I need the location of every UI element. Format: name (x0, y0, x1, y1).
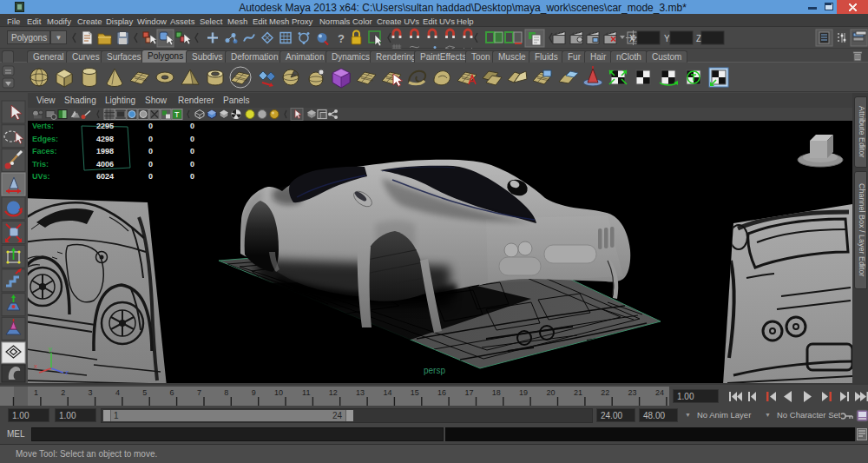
svg-text:14: 14 (383, 388, 391, 397)
svg-text:18: 18 (492, 388, 501, 397)
svg-text:8: 8 (224, 388, 228, 397)
svg-text:X:: X: (629, 34, 637, 43)
svg-text:20: 20 (546, 388, 555, 397)
svg-text:6: 6 (170, 388, 174, 397)
svg-text:7: 7 (197, 388, 201, 397)
svg-text:persp: persp (424, 366, 445, 375)
svg-text:19: 19 (519, 388, 528, 397)
svg-text:y: y (49, 345, 52, 353)
svg-text:15: 15 (411, 388, 419, 397)
svg-text:22: 22 (601, 388, 609, 397)
svg-text:?: ? (338, 32, 345, 45)
svg-text:9: 9 (252, 388, 256, 397)
svg-text:x: x (34, 362, 37, 370)
svg-text:3: 3 (89, 388, 93, 397)
svg-text:21: 21 (574, 388, 582, 397)
svg-text:16: 16 (437, 388, 446, 397)
svg-text:13: 13 (356, 388, 365, 397)
svg-text:17: 17 (464, 388, 473, 397)
svg-text:1: 1 (34, 388, 38, 397)
svg-text:11: 11 (302, 388, 310, 397)
svg-text:T: T (174, 110, 180, 119)
svg-text:5: 5 (142, 388, 147, 397)
svg-text:4: 4 (115, 388, 120, 397)
svg-text:z: z (65, 368, 69, 376)
svg-text:12: 12 (329, 388, 338, 397)
svg-text:10: 10 (274, 388, 283, 397)
svg-text:24: 24 (655, 388, 664, 397)
svg-text:2: 2 (61, 388, 65, 397)
svg-text:23: 23 (628, 388, 637, 397)
